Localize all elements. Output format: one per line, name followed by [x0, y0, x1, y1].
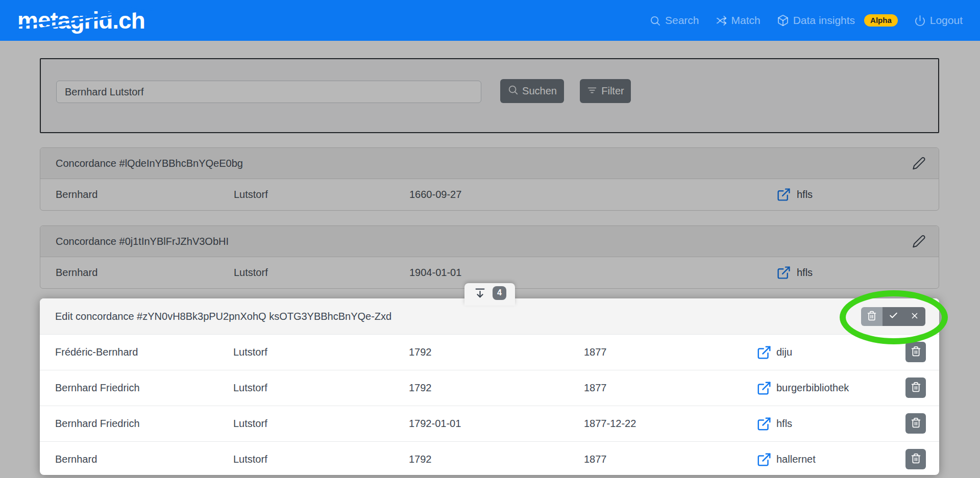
confirm-button[interactable]	[883, 307, 904, 326]
provider-link: burgerbibliothek	[756, 370, 849, 406]
shuffle-icon	[716, 15, 727, 27]
cube-icon	[777, 14, 789, 27]
cancel-button[interactable]	[904, 307, 925, 326]
trash-icon	[911, 382, 921, 394]
remove-row-button[interactable]	[905, 449, 926, 469]
nav-label: Logout	[930, 14, 963, 27]
provider-label[interactable]: hfls	[776, 418, 792, 430]
record-count-badge: 4	[493, 286, 506, 300]
check-icon	[889, 311, 898, 322]
app: metagrid.ch Search Match Data insights A…	[0, 0, 980, 478]
trash-icon	[867, 311, 877, 322]
cell-last-name: Lutstorf	[233, 370, 267, 406]
external-link-icon[interactable]	[756, 381, 772, 396]
remove-row-button[interactable]	[905, 413, 926, 434]
cell-last-name: Lutstorf	[233, 442, 267, 477]
provider-link: hfls	[756, 406, 792, 441]
edit-concordance-panel: Edit concordance #zYN0vH8Bk3pPU2pnXohQ k…	[40, 298, 939, 475]
provider-label[interactable]: burgerbibliothek	[776, 382, 849, 394]
nav-item-match[interactable]: Match	[716, 14, 761, 27]
cell-last-name: Lutstorf	[233, 335, 267, 370]
cell-first-name: Bernhard	[55, 442, 97, 477]
edit-panel-title: Edit concordance #zYN0vH8Bk3pPU2pnXohQ k…	[55, 311, 391, 322]
nav-item-data-insights[interactable]: Data insights Alpha	[777, 14, 898, 27]
close-icon	[910, 311, 919, 322]
cell-birth-date: 1792-01-01	[409, 406, 461, 441]
cell-last-name: Lutstorf	[233, 406, 267, 441]
nav-item-logout[interactable]: Logout	[914, 14, 963, 27]
collapse-down-icon	[473, 287, 487, 300]
external-link-icon[interactable]	[756, 452, 772, 467]
main-nav: Search Match Data insights Alpha Logout	[649, 14, 963, 27]
nav-label: Match	[731, 14, 761, 27]
cell-death-date: 1877-12-22	[584, 406, 636, 441]
search-icon	[649, 15, 661, 27]
edit-action-group	[861, 307, 925, 326]
logo[interactable]: metagrid.ch	[17, 9, 145, 32]
nav-label: Data insights	[793, 14, 855, 27]
cell-death-date: 1877	[584, 370, 607, 406]
remove-row-button[interactable]	[905, 378, 926, 398]
cell-death-date: 1877	[584, 335, 607, 370]
trash-icon	[911, 346, 921, 358]
trash-icon	[911, 453, 921, 465]
external-link-icon[interactable]	[756, 416, 772, 432]
nav-item-search[interactable]: Search	[649, 14, 699, 27]
alpha-badge: Alpha	[864, 14, 898, 27]
logo-text: metagrid.ch	[17, 7, 145, 34]
cell-birth-date: 1792	[409, 370, 432, 406]
provider-label[interactable]: hallernet	[776, 454, 816, 465]
app-header: metagrid.ch Search Match Data insights A…	[0, 0, 980, 41]
cell-first-name: Bernhard Friedrich	[55, 406, 140, 441]
cell-birth-date: 1792	[409, 442, 432, 477]
cell-birth-date: 1792	[409, 335, 432, 370]
table-row: Bernhard Friedrich Lutstorf 1792 1877 bu…	[40, 370, 939, 406]
power-icon	[914, 15, 926, 27]
provider-label[interactable]: diju	[776, 346, 792, 358]
provider-link: hallernet	[756, 442, 816, 477]
nav-label: Search	[665, 14, 699, 27]
trash-icon	[911, 417, 921, 430]
table-row: Frédéric-Bernhard Lutstorf 1792 1877 dij…	[40, 334, 939, 370]
provider-link: diju	[756, 335, 792, 370]
external-link-icon[interactable]	[756, 345, 772, 360]
collapse-tab-button[interactable]: 4	[464, 283, 515, 306]
cell-first-name: Frédéric-Bernhard	[55, 335, 138, 370]
table-row: Bernhard Lutstorf 1792 1877 hallernet	[40, 441, 939, 477]
table-row: Bernhard Friedrich Lutstorf 1792-01-01 1…	[40, 406, 939, 441]
remove-row-button[interactable]	[905, 342, 926, 362]
cell-death-date: 1877	[584, 442, 607, 477]
delete-concordance-button[interactable]	[861, 307, 883, 326]
cell-first-name: Bernhard Friedrich	[55, 370, 140, 406]
